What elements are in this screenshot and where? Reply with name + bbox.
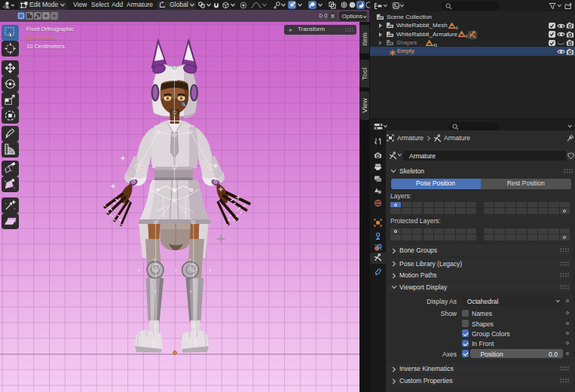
svg-text:Y: Y [188,258,191,262]
svg-text:x: x [175,268,177,272]
svg-text:x: x [209,268,211,272]
svg-text:Y: Y [189,289,192,294]
svg-text:x: x [138,268,140,272]
svg-text:Y: Y [154,289,157,294]
